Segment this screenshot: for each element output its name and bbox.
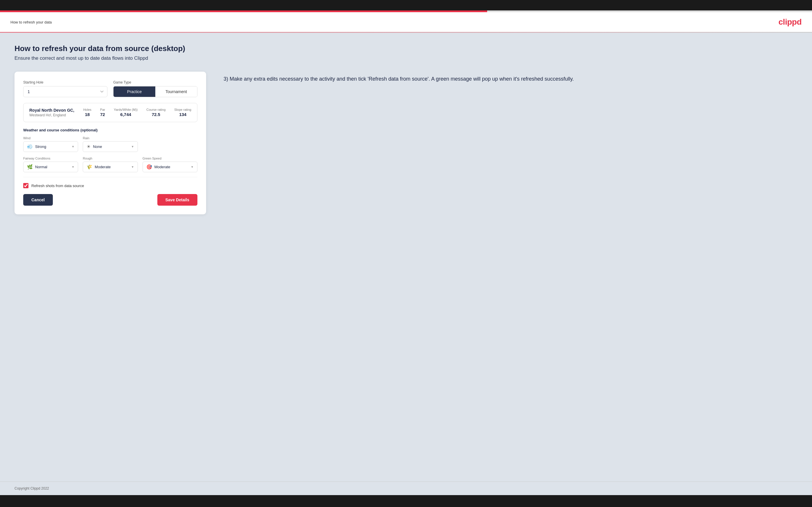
starting-hole-select[interactable]: 1 10 <box>23 86 107 97</box>
green-speed-value: Moderate <box>154 165 191 169</box>
fairway-group: Fairway Conditions 🌿 Normal ▼ <box>23 157 78 172</box>
breadcrumb: How to refresh your data <box>10 20 52 24</box>
green-speed-icon: 🎯 <box>146 164 152 170</box>
stat-par: Par 72 <box>100 108 105 117</box>
fairway-icon: 🌿 <box>27 164 33 170</box>
starting-hole-label: Starting Hole <box>23 80 107 84</box>
refresh-label: Refresh shots from data source <box>31 184 84 188</box>
course-rating-label: Course rating <box>146 108 165 111</box>
info-panel: 3) Make any extra edits necessary to the… <box>223 72 798 83</box>
form-top-row: Starting Hole 1 10 Game Type Practice To… <box>23 80 197 97</box>
rain-icon: ☀ <box>87 144 91 149</box>
rough-chevron-icon: ▼ <box>131 165 134 169</box>
practice-button[interactable]: Practice <box>113 87 155 97</box>
fairway-value: Normal <box>35 165 71 169</box>
green-speed-label: Green Speed <box>143 157 197 160</box>
stat-yards: Yards/White (M)) 6,744 <box>114 108 138 117</box>
rain-group: Rain ☀ None ▼ <box>83 136 138 152</box>
stat-holes: Holes 18 <box>83 108 92 117</box>
game-type-group: Game Type Practice Tournament <box>113 80 197 97</box>
yards-label: Yards/White (M)) <box>114 108 138 111</box>
rain-value: None <box>93 145 131 149</box>
slope-rating-label: Slope rating <box>174 108 191 111</box>
header: How to refresh your data clippd <box>0 12 812 33</box>
wind-label: Wind <box>23 136 78 140</box>
par-label: Par <box>100 108 105 111</box>
green-speed-select[interactable]: 🎯 Moderate ▼ <box>143 162 197 172</box>
rain-label: Rain <box>83 136 138 140</box>
page-title: How to refresh your data from source (de… <box>14 44 798 53</box>
tournament-button[interactable]: Tournament <box>155 87 197 97</box>
course-stats: Holes 18 Par 72 Yards/White (M)) 6,744 C… <box>83 108 191 117</box>
cancel-button[interactable]: Cancel <box>23 194 53 206</box>
rough-select[interactable]: 🌾 Moderate ▼ <box>83 162 138 172</box>
course-card: Royal North Devon GC, Westward Ho!, Engl… <box>23 103 197 122</box>
game-type-buttons: Practice Tournament <box>113 86 197 97</box>
footer: Copyright Clippd 2022 <box>0 482 812 495</box>
stat-course-rating: Course rating 72.5 <box>146 108 165 117</box>
conditions-row-1: Wind 💨 Strong ▼ Rain ☀ None ▼ <box>23 136 197 152</box>
starting-hole-group: Starting Hole 1 10 <box>23 80 107 97</box>
rough-value: Moderate <box>95 165 131 169</box>
wind-icon: 💨 <box>27 144 33 149</box>
fairway-label: Fairway Conditions <box>23 157 78 160</box>
green-speed-group: Green Speed 🎯 Moderate ▼ <box>143 157 197 172</box>
slope-rating-value: 134 <box>179 112 186 117</box>
stat-slope-rating: Slope rating 134 <box>174 108 191 117</box>
holes-label: Holes <box>83 108 92 111</box>
course-rating-value: 72.5 <box>152 112 160 117</box>
game-type-label: Game Type <box>113 80 197 84</box>
divider <box>23 177 197 177</box>
copyright: Copyright Clippd 2022 <box>14 487 49 491</box>
green-speed-chevron-icon: ▼ <box>191 165 194 169</box>
conditions-row-2: Fairway Conditions 🌿 Normal ▼ Rough 🌾 Mo… <box>23 157 197 172</box>
rough-group: Rough 🌾 Moderate ▼ <box>83 157 138 172</box>
content-area: Starting Hole 1 10 Game Type Practice To… <box>14 72 798 214</box>
holes-value: 18 <box>85 112 90 117</box>
logo: clippd <box>779 17 802 27</box>
rain-chevron-icon: ▼ <box>131 145 134 148</box>
fairway-select[interactable]: 🌿 Normal ▼ <box>23 162 78 172</box>
form-card: Starting Hole 1 10 Game Type Practice To… <box>14 72 206 214</box>
course-name: Royal North Devon GC, <box>29 108 74 113</box>
button-row: Cancel Save Details <box>23 194 197 206</box>
page-subtitle: Ensure the correct and most up to date d… <box>14 55 798 61</box>
conditions-title: Weather and course conditions (optional) <box>23 128 197 132</box>
course-location: Westward Ho!, England <box>29 113 74 117</box>
wind-chevron-icon: ▼ <box>71 145 74 148</box>
top-bar <box>0 0 812 10</box>
wind-group: Wind 💨 Strong ▼ <box>23 136 78 152</box>
yards-value: 6,744 <box>120 112 131 117</box>
wind-select[interactable]: 💨 Strong ▼ <box>23 141 78 152</box>
rain-select[interactable]: ☀ None ▼ <box>83 141 138 152</box>
rough-icon: 🌾 <box>87 164 92 170</box>
refresh-checkbox[interactable] <box>23 183 29 188</box>
save-button[interactable]: Save Details <box>157 194 198 206</box>
rough-label: Rough <box>83 157 138 160</box>
refresh-checkbox-row: Refresh shots from data source <box>23 183 197 188</box>
wind-value: Strong <box>35 145 71 149</box>
par-value: 72 <box>100 112 105 117</box>
course-info: Royal North Devon GC, Westward Ho!, Engl… <box>29 108 74 117</box>
fairway-chevron-icon: ▼ <box>71 165 74 169</box>
main-content: How to refresh your data from source (de… <box>0 33 812 482</box>
info-text: 3) Make any extra edits necessary to the… <box>223 74 798 83</box>
